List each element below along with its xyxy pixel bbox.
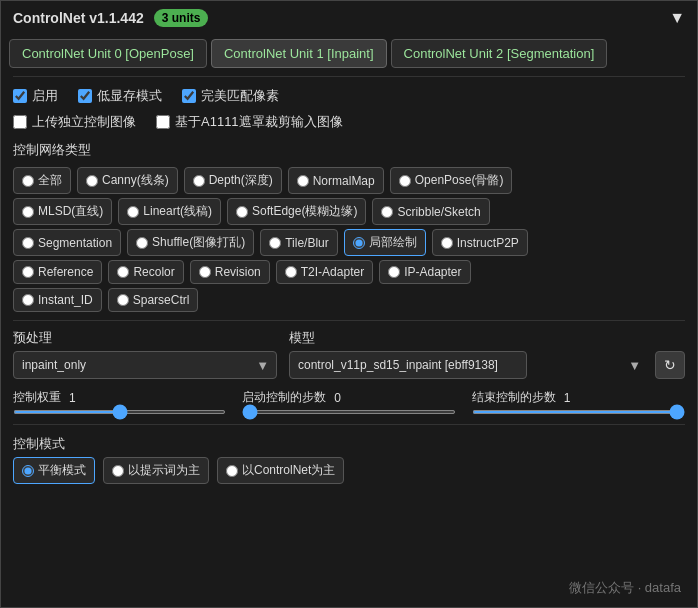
control-mode-label: 控制模式 <box>13 435 685 453</box>
radio-instructp2p[interactable]: InstructP2P <box>432 229 528 256</box>
model-select[interactable]: control_v11p_sd15_inpaint [ebff9138] <box>289 351 527 379</box>
model-col: 模型 control_v11p_sd15_inpaint [ebff9138] … <box>289 329 685 379</box>
network-type-label: 控制网络类型 <box>1 137 697 163</box>
checkbox-perfect-match[interactable]: 完美匹配像素 <box>182 87 279 105</box>
tab-unit1[interactable]: ControlNet Unit 1 [Inpaint] <box>211 39 387 68</box>
title-bar: ControlNet v1.1.442 3 units ▼ <box>1 1 697 35</box>
radio-mlsd[interactable]: MLSD(直线) <box>13 198 112 225</box>
radio-lineart[interactable]: Lineart(线稿) <box>118 198 221 225</box>
radio-normalmap[interactable]: NormalMap <box>288 167 384 194</box>
control-weight-slider[interactable] <box>13 410 226 414</box>
network-row-2: MLSD(直线) Lineart(线稿) SoftEdge(模糊边缘) Scri… <box>13 198 685 225</box>
radio-tile[interactable]: Tile/Blur <box>260 229 338 256</box>
model-select-wrapper: control_v11p_sd15_inpaint [ebff9138] ▼ <box>289 351 649 379</box>
radio-sparsectrl[interactable]: SparseCtrl <box>108 288 199 312</box>
end-step-slider[interactable] <box>472 410 685 414</box>
sliders-row: 控制权重 1 启动控制的步数 0 结束控制的步数 1 <box>13 389 685 414</box>
radio-reference[interactable]: Reference <box>13 260 102 284</box>
tab-unit0[interactable]: ControlNet Unit 0 [OpenPose] <box>9 39 207 68</box>
dropdown-arrow-icon[interactable]: ▼ <box>669 9 685 27</box>
separator3 <box>13 424 685 425</box>
network-row-4: Reference Recolor Revision T2I-Adapter I… <box>13 260 685 284</box>
preprocessing-select-wrapper: inpaint_only ▼ <box>13 351 277 379</box>
radio-depth[interactable]: Depth(深度) <box>184 167 282 194</box>
radio-shuffle[interactable]: Shuffle(图像打乱) <box>127 229 254 256</box>
radio-ip-adapter[interactable]: IP-Adapter <box>379 260 470 284</box>
preprocessing-select[interactable]: inpaint_only <box>13 351 277 379</box>
control-weight-group: 控制权重 1 <box>13 389 226 414</box>
network-row-1: 全部 Canny(线条) Depth(深度) NormalMap OpenPos… <box>13 167 685 194</box>
radio-canny[interactable]: Canny(线条) <box>77 167 178 194</box>
start-step-group: 启动控制的步数 0 <box>242 389 455 414</box>
radio-balanced[interactable]: 平衡模式 <box>13 457 95 484</box>
model-row: control_v11p_sd15_inpaint [ebff9138] ▼ ↻ <box>289 351 685 379</box>
control-weight-value: 1 <box>69 391 76 405</box>
units-badge: 3 units <box>154 9 209 27</box>
control-mode-section: 控制模式 平衡模式 以提示词为主 以ControlNet为主 <box>1 429 697 490</box>
radio-revision[interactable]: Revision <box>190 260 270 284</box>
control-mode-row: 平衡模式 以提示词为主 以ControlNet为主 <box>13 457 685 484</box>
checkbox-enable[interactable]: 启用 <box>13 87 58 105</box>
preprocessing-col: 预处理 inpaint_only ▼ <box>13 329 277 379</box>
app-title: ControlNet v1.1.442 <box>13 10 144 26</box>
separator2 <box>13 320 685 321</box>
checkbox-low-vram[interactable]: 低显存模式 <box>78 87 162 105</box>
network-grid: 全部 Canny(线条) Depth(深度) NormalMap OpenPos… <box>1 163 697 316</box>
refresh-button[interactable]: ↻ <box>655 351 685 379</box>
radio-prompt-priority[interactable]: 以提示词为主 <box>103 457 209 484</box>
radio-instant-id[interactable]: Instant_ID <box>13 288 102 312</box>
radio-scribble[interactable]: Scribble/Sketch <box>372 198 489 225</box>
radio-recolor[interactable]: Recolor <box>108 260 183 284</box>
checkboxes-row2: 上传独立控制图像 基于A1111遮罩裁剪输入图像 <box>1 111 697 137</box>
radio-segmentation[interactable]: Segmentation <box>13 229 121 256</box>
checkboxes-row1: 启用 低显存模式 完美匹配像素 <box>1 81 697 111</box>
tabs-row: ControlNet Unit 0 [OpenPose] ControlNet … <box>1 35 697 72</box>
radio-t2i[interactable]: T2I-Adapter <box>276 260 373 284</box>
end-step-value: 1 <box>564 391 571 405</box>
network-row-3: Segmentation Shuffle(图像打乱) Tile/Blur 局部绘… <box>13 229 685 256</box>
radio-local-paint[interactable]: 局部绘制 <box>344 229 426 256</box>
start-step-value: 0 <box>334 391 341 405</box>
end-step-group: 结束控制的步数 1 <box>472 389 685 414</box>
model-select-arrow-icon: ▼ <box>628 358 641 373</box>
watermark: 微信公众号 · datafa <box>569 579 681 597</box>
radio-controlnet-priority[interactable]: 以ControlNet为主 <box>217 457 344 484</box>
sliders-section: 控制权重 1 启动控制的步数 0 结束控制的步数 1 <box>1 383 697 420</box>
separator1 <box>13 76 685 77</box>
checkbox-crop-input[interactable]: 基于A1111遮罩裁剪输入图像 <box>156 113 343 131</box>
radio-softedge[interactable]: SoftEdge(模糊边缘) <box>227 198 366 225</box>
preprocess-model-row: 预处理 inpaint_only ▼ 模型 control_v11p_sd15_… <box>1 325 697 383</box>
start-step-slider[interactable] <box>242 410 455 414</box>
tab-unit2[interactable]: ControlNet Unit 2 [Segmentation] <box>391 39 608 68</box>
model-label: 模型 <box>289 329 685 347</box>
main-container: ControlNet v1.1.442 3 units ▼ ControlNet… <box>0 0 698 608</box>
preprocessing-label: 预处理 <box>13 329 277 347</box>
radio-openpose[interactable]: OpenPose(骨骼) <box>390 167 513 194</box>
checkbox-upload-control[interactable]: 上传独立控制图像 <box>13 113 136 131</box>
network-row-5: Instant_ID SparseCtrl <box>13 288 685 312</box>
radio-all[interactable]: 全部 <box>13 167 71 194</box>
